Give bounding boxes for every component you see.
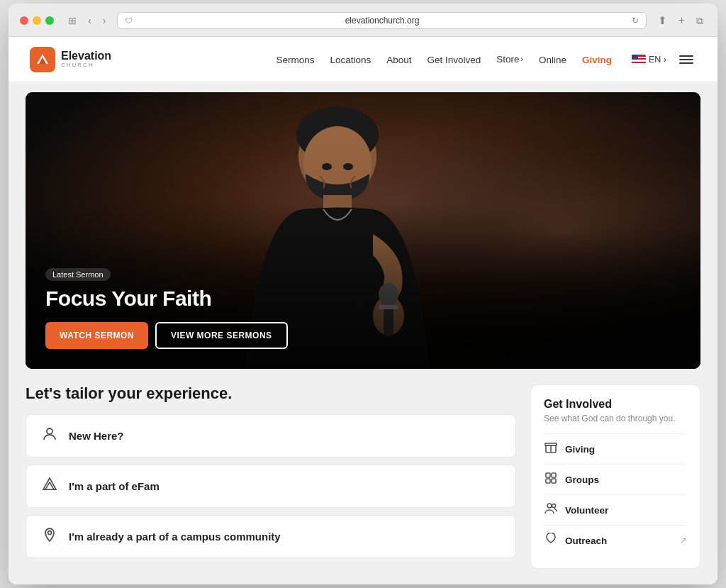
logo-subtitle: CHURCH (61, 62, 111, 68)
svg-point-25 (547, 504, 552, 508)
nav-sermons[interactable]: Sermons (276, 55, 314, 65)
hamburger-line-3 (679, 62, 693, 64)
view-more-sermons-button[interactable]: VIEW MORE SERMONS (155, 322, 288, 349)
giving-label: Giving (565, 444, 595, 455)
lang-label: EN › (649, 55, 666, 65)
get-involved-subtitle: See what God can do through you. (544, 414, 687, 423)
hero-section: Latest Sermon Focus Your Faith WATCH SER… (26, 92, 700, 369)
new-here-icon (40, 426, 59, 445)
new-here-label: New Here? (69, 430, 124, 442)
url-text: elevationchurch.org (137, 16, 627, 26)
nav-locations[interactable]: Locations (330, 55, 371, 65)
outreach-icon (544, 533, 558, 548)
groups-icon (544, 472, 558, 487)
campus-icon (40, 527, 59, 546)
hamburger-line-2 (679, 59, 693, 60)
svg-rect-22 (552, 473, 556, 477)
gi-giving-left: Giving (544, 441, 595, 457)
gi-volunteer[interactable]: Volunteer (544, 494, 687, 525)
gi-outreach-left: Outreach (544, 533, 607, 548)
refresh-icon[interactable]: ↻ (632, 16, 639, 26)
svg-point-19 (48, 531, 52, 535)
hamburger-line-1 (679, 55, 693, 57)
campus-label: I'm already a part of a campus community (69, 531, 281, 543)
close-button[interactable] (20, 16, 28, 25)
forward-button[interactable]: › (100, 13, 109, 28)
back-button[interactable]: ‹ (85, 13, 94, 28)
language-selector[interactable]: EN › (632, 55, 666, 65)
efam-label: I'm a part of eFam (69, 480, 160, 492)
nav-right: EN › (632, 52, 696, 67)
tab-overview-button[interactable]: ⧉ (693, 13, 706, 28)
nav-giving[interactable]: Giving (582, 55, 612, 65)
get-involved-title: Get Involved (544, 398, 687, 411)
address-bar[interactable]: 🛡 elevationchurch.org ↻ (117, 12, 646, 29)
hero-content: Latest Sermon Focus Your Faith WATCH SER… (45, 267, 288, 349)
site-content: Elevation CHURCH Sermons Locations About… (9, 37, 717, 584)
traffic-lights (20, 16, 54, 25)
browser-titlebar: ⊞ ‹ › 🛡 elevationchurch.org ↻ ⬆ + ⧉ (9, 4, 717, 37)
gi-volunteer-left: Volunteer (544, 502, 608, 518)
sidebar-toggle-button[interactable]: ⊞ (65, 13, 79, 28)
share-button[interactable]: ⬆ (655, 13, 670, 28)
option-campus[interactable]: I'm already a part of a campus community (26, 515, 516, 558)
option-efam[interactable]: I'm a part of eFam (26, 465, 516, 508)
gi-outreach[interactable]: Outreach ↗ (544, 525, 687, 555)
svg-rect-24 (552, 479, 556, 483)
outreach-arrow: ↗ (680, 536, 687, 545)
nav-about[interactable]: About (386, 55, 411, 65)
hero-buttons: WATCH SERMON VIEW MORE SERMONS (45, 322, 288, 349)
gi-groups-left: Groups (544, 472, 599, 487)
tailor-heading: Let's tailor your experience. (26, 384, 516, 403)
svg-rect-23 (546, 479, 550, 483)
hero-title: Focus Your Faith (45, 287, 288, 311)
nav-store[interactable]: Store › (496, 54, 523, 65)
volunteer-icon (544, 502, 558, 518)
logo-name: Elevation (61, 50, 111, 62)
watch-sermon-button[interactable]: WATCH SERMON (45, 322, 148, 349)
efam-icon (40, 477, 59, 496)
logo[interactable]: Elevation CHURCH (30, 47, 111, 72)
gi-groups[interactable]: Groups (544, 464, 687, 494)
svg-point-26 (552, 504, 556, 508)
navbar: Elevation CHURCH Sermons Locations About… (9, 37, 717, 82)
logo-text: Elevation CHURCH (61, 50, 111, 68)
browser-action-buttons: ⬆ + ⧉ (655, 13, 706, 28)
hero-tag: Latest Sermon (45, 268, 111, 281)
gi-giving[interactable]: Giving (544, 433, 687, 464)
nav-get-involved[interactable]: Get Involved (428, 55, 481, 65)
outreach-label: Outreach (565, 536, 607, 546)
hamburger-menu[interactable] (676, 52, 696, 67)
minimize-button[interactable] (33, 16, 41, 25)
security-icon: 🛡 (125, 16, 133, 25)
logo-icon (30, 47, 55, 72)
tailor-section: Let's tailor your experience. New Here? (26, 384, 516, 569)
option-new-here[interactable]: New Here? (26, 414, 516, 457)
nav-links: Sermons Locations About Get Involved Sto… (276, 53, 612, 66)
main-section: Let's tailor your experience. New Here? (9, 369, 717, 584)
nav-online[interactable]: Online (539, 55, 566, 65)
volunteer-label: Volunteer (565, 505, 608, 516)
svg-rect-21 (546, 473, 550, 477)
browser-window: ⊞ ‹ › 🛡 elevationchurch.org ↻ ⬆ + ⧉ (9, 4, 717, 584)
get-involved-section: Get Involved See what God can do through… (530, 384, 700, 569)
browser-controls: ⊞ ‹ › (65, 13, 108, 28)
new-tab-button[interactable]: + (676, 13, 688, 28)
giving-icon (544, 441, 558, 457)
flag-icon (632, 55, 646, 65)
svg-point-15 (47, 428, 52, 434)
groups-label: Groups (565, 475, 599, 485)
maximize-button[interactable] (45, 16, 54, 25)
